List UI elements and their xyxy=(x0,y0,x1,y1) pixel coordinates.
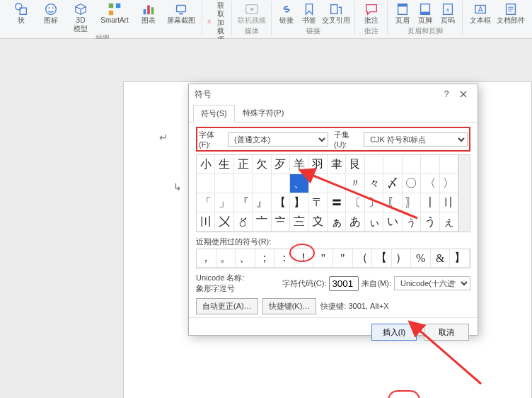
help-button[interactable]: ? xyxy=(438,87,455,101)
symbol-cell[interactable]: 羊 xyxy=(290,155,308,174)
symbol-cell[interactable]: 〈 xyxy=(421,174,439,193)
ribbon-smartart[interactable]: SmartArt xyxy=(96,0,133,33)
close-button[interactable] xyxy=(455,87,472,101)
symbol-cell[interactable]: 〆 xyxy=(383,174,402,193)
ribbon-pagenum[interactable]: #页码 xyxy=(437,0,458,25)
ribbon-screenshot[interactable]: 屏幕截图 xyxy=(164,0,198,33)
symbol-cell[interactable]: 〤 xyxy=(215,212,233,232)
symbol-cell[interactable] xyxy=(365,155,383,174)
ribbon-get-addins[interactable]: 获取加载项 xyxy=(207,0,228,44)
symbol-cell[interactable]: 」 xyxy=(215,193,233,212)
autocorrect-button[interactable]: 自动更正(A)… xyxy=(196,298,258,314)
subset-dropdown[interactable]: CJK 符号和标点 xyxy=(364,132,468,147)
ribbon-textbox[interactable]: A文本框 xyxy=(467,0,494,25)
symbol-cell[interactable]: ぅ xyxy=(403,212,421,232)
symbol-cell[interactable]: 歹 xyxy=(272,155,290,174)
symbol-cell[interactable]: 生 xyxy=(215,155,233,174)
symbol-cell[interactable]: 〦 xyxy=(253,212,271,232)
recent-symbol-cell[interactable]: 。 xyxy=(216,249,236,268)
recent-symbol-cell[interactable]: ； xyxy=(255,249,275,268)
symbol-cell[interactable]: 〢 xyxy=(440,193,458,212)
ribbon-online-video[interactable]: 联机视频 xyxy=(236,0,267,25)
symbol-cell[interactable]: ぃ xyxy=(365,212,383,232)
symbol-cell[interactable]: 〡 xyxy=(421,193,439,212)
symbol-cell[interactable] xyxy=(383,155,402,174)
ribbon-link[interactable]: 链接 xyxy=(276,0,297,25)
symbol-cell[interactable]: 〥 xyxy=(234,212,253,232)
from-dropdown[interactable]: Unicode(十六进制) xyxy=(394,276,470,290)
symbol-cell[interactable] xyxy=(309,174,328,193)
recent-symbol-cell[interactable]: ， xyxy=(197,249,216,268)
symbol-cell[interactable]: ぇ xyxy=(440,212,458,232)
symbol-cell[interactable]: 々 xyxy=(365,174,383,193)
recent-symbol-cell[interactable]: （ xyxy=(353,249,373,268)
ribbon-bookmark[interactable]: 书签 xyxy=(299,0,320,25)
symbol-cell[interactable]: 〣 xyxy=(197,212,215,232)
recent-symbol-cell[interactable]: & xyxy=(431,249,451,268)
symbol-cell[interactable]: 〕 xyxy=(365,193,383,212)
ribbon-comment[interactable]: 批注 xyxy=(359,0,383,25)
symbol-cell[interactable]: 〩 xyxy=(309,212,328,232)
recent-grid[interactable]: ，。、；：！""（【）%&】 xyxy=(196,249,470,268)
ribbon-crossref[interactable]: 交叉引用 xyxy=(321,0,351,25)
recent-symbol-cell[interactable]: 、 xyxy=(236,249,255,268)
symbol-cell[interactable]: 〓 xyxy=(328,193,346,212)
symbol-cell[interactable]: 艮 xyxy=(346,155,364,174)
symbol-cell[interactable]: 〧 xyxy=(272,212,290,232)
symbol-cell[interactable]: 〨 xyxy=(290,212,308,232)
symbol-cell[interactable]: ぁ xyxy=(328,212,346,232)
symbol-cell[interactable]: 羽 xyxy=(309,155,328,174)
symbol-cell[interactable]: 「 xyxy=(197,193,215,212)
insert-button[interactable]: 插入(I) xyxy=(371,324,417,341)
symbol-cell[interactable]: い xyxy=(383,212,402,232)
symbol-cell[interactable]: 正 xyxy=(234,155,253,174)
symbol-scrollbar[interactable] xyxy=(458,155,470,232)
symbol-cell[interactable]: 小 xyxy=(197,155,215,174)
symbol-cell[interactable]: 〗 xyxy=(403,193,421,212)
cancel-button[interactable]: 取消 xyxy=(424,324,469,341)
recent-symbol-cell[interactable]: ） xyxy=(392,249,412,268)
tab-symbols[interactable]: 符号(S) xyxy=(193,105,235,123)
symbol-grid[interactable]: 小生正欠歹羊羽聿艮、〃々〆〇〈〉「」『』【】〒〓〔〕〖〗〡〢〣〤〥〦〧〨〩ぁあぃ… xyxy=(197,155,458,232)
symbol-cell[interactable] xyxy=(234,174,253,193)
ribbon-chart[interactable]: 图表 xyxy=(134,0,163,33)
symbol-cell[interactable] xyxy=(215,174,233,193)
dialog-titlebar[interactable]: 符号 ? xyxy=(189,84,478,104)
symbol-cell[interactable]: 【 xyxy=(272,193,290,212)
symbol-cell[interactable] xyxy=(253,174,271,193)
symbol-cell[interactable]: 『 xyxy=(234,193,253,212)
shortcut-button[interactable]: 快捷键(K)… xyxy=(262,298,317,314)
charcode-input[interactable] xyxy=(329,276,359,291)
recent-symbol-cell[interactable]: ！ xyxy=(294,249,314,268)
ribbon-docparts[interactable]: 文档部件 xyxy=(495,0,526,25)
symbol-cell[interactable]: あ xyxy=(346,212,364,232)
symbol-cell[interactable] xyxy=(421,155,439,174)
symbol-cell[interactable] xyxy=(272,174,290,193)
symbol-cell[interactable]: 〔 xyxy=(346,193,364,212)
recent-symbol-cell[interactable]: ： xyxy=(274,249,294,268)
symbol-cell[interactable]: 』 xyxy=(253,193,271,212)
symbol-cell[interactable]: 〃 xyxy=(346,174,364,193)
symbol-cell[interactable]: 、 xyxy=(290,174,308,193)
symbol-cell[interactable]: 〇 xyxy=(403,174,421,193)
ribbon-wordart[interactable]: A艺ᐧ xyxy=(528,0,532,25)
ribbon-icons[interactable]: 图标 xyxy=(37,0,65,33)
ribbon-shapes[interactable]: 状 xyxy=(7,0,35,33)
symbol-cell[interactable]: 聿 xyxy=(328,155,346,174)
symbol-cell[interactable] xyxy=(328,174,346,193)
tab-special[interactable]: 特殊字符(P) xyxy=(235,104,292,122)
recent-symbol-cell[interactable]: " xyxy=(313,249,333,268)
recent-symbol-cell[interactable]: % xyxy=(411,249,431,268)
ribbon-3dmodel[interactable]: 3D 模型 xyxy=(66,0,95,33)
ribbon-header[interactable]: 页眉 xyxy=(392,0,413,25)
ribbon-footer[interactable]: 页脚 xyxy=(415,0,436,25)
recent-symbol-cell[interactable]: 【 xyxy=(372,249,392,268)
symbol-cell[interactable]: 欠 xyxy=(253,155,271,174)
recent-symbol-cell[interactable]: " xyxy=(333,249,353,268)
symbol-cell[interactable]: 〖 xyxy=(383,193,402,212)
symbol-cell[interactable] xyxy=(403,155,421,174)
symbol-cell[interactable]: う xyxy=(421,212,439,232)
symbol-cell[interactable]: 〉 xyxy=(440,174,458,193)
font-dropdown[interactable]: (普通文本) xyxy=(228,132,328,147)
symbol-cell[interactable]: 〒 xyxy=(309,193,328,212)
